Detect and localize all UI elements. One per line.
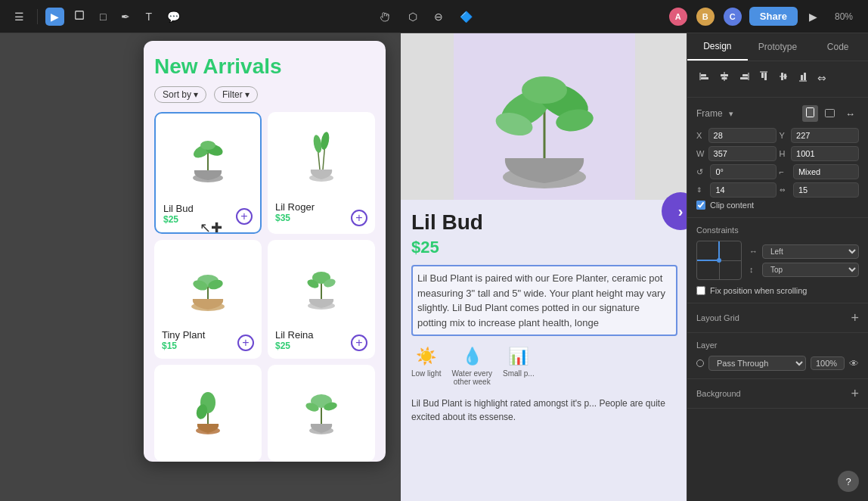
- comment-tool[interactable]: 💬: [162, 8, 185, 26]
- x-label: X: [696, 131, 705, 140]
- coords-grid: X Y W H ↺: [696, 128, 859, 198]
- vertical-constraint-icon: ↕: [749, 265, 758, 274]
- main-area: New Arrivals Sort by ▾ Filter ▾: [0, 33, 868, 501]
- y-input[interactable]: [791, 128, 859, 143]
- avatar-2: B: [695, 6, 716, 27]
- product-image-6: [275, 372, 367, 448]
- layout-grid-title: Layout Grid: [696, 313, 739, 322]
- h-input[interactable]: [791, 146, 859, 161]
- product-image-lil-bud: [163, 121, 253, 197]
- pen-icon: ✒: [121, 11, 130, 23]
- fix-position-checkbox[interactable]: [696, 286, 705, 295]
- tab-code[interactable]: Code: [808, 33, 868, 61]
- frame-tool[interactable]: [69, 7, 90, 26]
- shapes-tool[interactable]: □: [95, 8, 111, 26]
- horizontal-constraint-select[interactable]: Left Right Center Left & Right Scale: [762, 244, 859, 259]
- align-left-button[interactable]: [696, 69, 713, 86]
- background-section: Background +: [687, 379, 868, 409]
- add-lil-roger-button[interactable]: +: [351, 210, 367, 226]
- text-tool[interactable]: T: [140, 8, 157, 26]
- align-top-button[interactable]: [755, 69, 772, 86]
- vertical-constraint-select[interactable]: Top Bottom Center Top & Bottom Scale: [762, 263, 859, 277]
- fix-position-row: Fix position when scrolling: [696, 286, 859, 295]
- x-input[interactable]: [708, 128, 777, 143]
- share-button[interactable]: Share: [749, 7, 798, 26]
- distribute-h-button[interactable]: ⇔: [814, 69, 829, 86]
- components-icon: ⬡: [408, 11, 417, 23]
- filter-button[interactable]: Filter ▾: [214, 86, 258, 103]
- svg-rect-51: [781, 73, 783, 80]
- product-grid: Lil Bud $25 + ↖✚: [154, 112, 375, 462]
- add-tiny-plant-button[interactable]: +: [237, 335, 254, 351]
- opacity-input[interactable]: [811, 356, 845, 370]
- components-tool[interactable]: ⬡: [403, 8, 423, 26]
- help-button[interactable]: ?: [838, 471, 859, 492]
- visibility-button[interactable]: 👁: [849, 358, 859, 369]
- clip-content-checkbox[interactable]: [696, 201, 705, 210]
- canvas[interactable]: New Arrivals Sort by ▾ Filter ▾: [0, 33, 687, 501]
- mask-icon: ⊖: [434, 11, 443, 23]
- mask-tool[interactable]: ⊖: [429, 8, 448, 26]
- frame-options: ↔: [802, 105, 859, 122]
- align-center-h-button[interactable]: [716, 69, 733, 86]
- frame-portrait-button[interactable]: [802, 105, 818, 122]
- constraint-dot: [717, 258, 721, 263]
- play-button[interactable]: ▶: [804, 8, 823, 26]
- rotation-input[interactable]: [710, 164, 776, 179]
- layer-title: Layer: [696, 341, 859, 350]
- svg-rect-57: [826, 109, 835, 117]
- alignment-section: ⇔: [687, 61, 868, 98]
- w-input[interactable]: [708, 146, 777, 161]
- frame-icon: [74, 10, 85, 23]
- add-layout-grid-button[interactable]: +: [851, 311, 859, 325]
- component-set-tool[interactable]: 🔷: [454, 8, 478, 26]
- padding-h-input[interactable]: [710, 182, 776, 198]
- frame-label: Frame: [696, 108, 723, 119]
- pen-tool[interactable]: ✒: [116, 8, 135, 26]
- hand-tool[interactable]: [374, 8, 397, 26]
- align-bottom-button[interactable]: [795, 69, 811, 86]
- blend-mode-select[interactable]: Pass Through Normal Multiply Screen: [708, 356, 806, 371]
- right-panel: Design Prototype Code: [687, 33, 868, 501]
- background-title: Background: [696, 389, 741, 398]
- sort-button[interactable]: Sort by ▾: [154, 86, 206, 103]
- product-image-5: [162, 372, 254, 448]
- frame-section: Frame ▾ ↔ X Y: [687, 98, 868, 218]
- h-field: H: [780, 146, 860, 161]
- add-lil-reina-button[interactable]: +: [351, 335, 367, 351]
- tab-prototype[interactable]: Prototype: [748, 33, 808, 61]
- panel-footer: ?: [687, 409, 868, 501]
- detail-footer-description: Lil Bud Plant is highlight rated amongst…: [411, 397, 677, 424]
- frame-stretch-button[interactable]: ↔: [842, 105, 859, 122]
- detail-plant-image: [401, 33, 687, 200]
- plant-svg-1: [178, 129, 238, 189]
- add-background-button[interactable]: +: [851, 387, 859, 400]
- product-card-5[interactable]: [154, 365, 262, 462]
- select-tool[interactable]: ▶: [45, 8, 64, 26]
- padding-v-input[interactable]: [793, 182, 859, 198]
- small-p-icon: 📊: [508, 347, 529, 366]
- align-middle-v-button[interactable]: [775, 69, 792, 86]
- detail-panel: › Lil Bud $25 Lil Bud Plant is paired wi…: [401, 33, 687, 501]
- background-row: Background +: [696, 387, 859, 400]
- constraint-box: [696, 241, 742, 280]
- corner-input[interactable]: [793, 164, 859, 179]
- product-card-6[interactable]: [268, 365, 375, 462]
- frame-landscape-button[interactable]: [821, 105, 839, 122]
- product-card-lil-bud[interactable]: Lil Bud $25 + ↖✚: [154, 112, 262, 234]
- tab-design[interactable]: Design: [687, 33, 748, 61]
- svg-point-5: [200, 141, 215, 150]
- align-right-button[interactable]: [736, 69, 752, 86]
- w-label: W: [696, 149, 705, 158]
- comment-icon: 💬: [167, 11, 180, 23]
- care-small-p: 📊 Small p...: [503, 347, 535, 386]
- constraint-selects: ↔ Left Right Center Left & Right Scale ↕…: [749, 244, 859, 277]
- detail-description[interactable]: Lil Bud Plant is paired with our Eore Pl…: [411, 265, 677, 336]
- product-card-tiny-plant[interactable]: Tiny Plant $15 +: [154, 240, 262, 359]
- product-card-lil-reina[interactable]: Lil Reina $25 +: [268, 240, 375, 359]
- water-icon: 💧: [462, 347, 482, 366]
- add-lil-bud-button[interactable]: +: [236, 208, 253, 225]
- care-icons-row: ☀️ Low light 💧 Water everyother week 📊 S…: [411, 347, 677, 386]
- product-card-lil-roger[interactable]: Lil Roger $35 +: [268, 112, 375, 234]
- menu-button[interactable]: ☰: [9, 8, 29, 26]
